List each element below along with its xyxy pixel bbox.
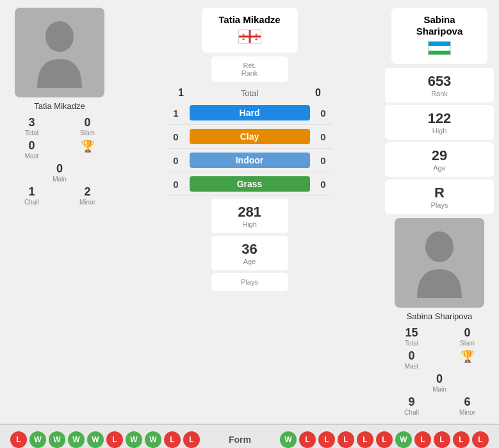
form-ball-right-l: L	[376, 431, 393, 448]
main-container: Tatia Mikadze 3 Total 0 Slam 0 Mast 🏆	[0, 0, 499, 448]
right-minor-label: Minor	[459, 409, 475, 416]
right-total-cell: 15 Total	[385, 326, 438, 347]
form-ball-left-l: L	[183, 431, 200, 448]
right-avatar-silhouette	[411, 228, 468, 298]
form-ball-left-w: W	[49, 431, 65, 448]
left-high-value: 281	[211, 204, 288, 220]
form-ball-left-w: W	[87, 431, 104, 448]
left-player-column: Tatia Mikadze 3 Total 0 Slam 0 Mast 🏆	[5, 8, 114, 416]
grass-row: 0 Grass 0	[167, 172, 333, 196]
middle-column: Tatia Mikadze ✚ ✚ ✚ ✚ Ret. Rank 1 T	[118, 8, 381, 416]
left-mast-cell: 0 Mast	[5, 139, 58, 160]
left-player-avatar	[15, 8, 104, 97]
right-high-card: 122 High	[385, 105, 494, 140]
left-ret-label: Ret.	[211, 62, 288, 69]
svg-point-0	[45, 21, 74, 52]
right-high-label: High	[385, 127, 494, 135]
uzbekistan-flag	[428, 41, 451, 55]
form-label: Form	[229, 435, 251, 445]
right-player-avatar	[395, 218, 484, 308]
right-total-label: Total	[405, 340, 418, 347]
left-minor-label: Minor	[79, 199, 95, 206]
right-high-value: 122	[385, 110, 494, 127]
right-rank-label: Rank	[385, 90, 494, 97]
clay-right: 0	[314, 131, 333, 142]
right-rank-value: 653	[385, 73, 494, 90]
left-avatar-silhouette	[31, 17, 88, 88]
form-ball-left-l: L	[106, 431, 123, 448]
left-total-value: 3	[28, 116, 35, 129]
right-minor-cell: 6 Minor	[441, 395, 494, 416]
right-name-card-text: Sabina Sharipova	[402, 14, 477, 37]
grass-badge: Grass	[190, 176, 310, 192]
left-main-value: 0	[56, 162, 63, 176]
indoor-left: 0	[167, 155, 186, 166]
right-player-name: Sabina Sharipova	[407, 311, 473, 321]
right-slam-cell: 0 Slam	[441, 326, 494, 347]
left-trophy-icon: 🏆	[81, 139, 95, 153]
right-mast-cell: 0 Mast	[385, 349, 438, 370]
right-chall-cell: 9 Chall	[385, 395, 438, 416]
right-plays-value: R	[385, 185, 494, 201]
form-ball-left-w: W	[145, 431, 161, 448]
left-mast-value: 0	[28, 139, 35, 153]
form-ball-right-l: L	[318, 431, 335, 448]
right-slam-value: 0	[464, 326, 470, 340]
form-ball-right-l: L	[357, 431, 373, 448]
left-name-card: Tatia Mikadze ✚ ✚ ✚ ✚	[202, 8, 298, 53]
right-trophy-cell: 🏆	[441, 349, 494, 370]
hard-left: 1	[167, 108, 186, 119]
right-age-card: 29 Age	[385, 142, 494, 177]
grass-right: 0	[314, 179, 333, 190]
hard-badge: Hard	[190, 105, 310, 120]
left-trophy-cell: 🏆	[61, 139, 114, 160]
left-slam-label: Slam	[80, 129, 95, 137]
form-ball-right-l: L	[338, 431, 354, 448]
clay-row: 0 Clay 0	[167, 125, 333, 149]
right-plays-label: Plays	[385, 201, 494, 209]
right-age-value: 29	[385, 147, 494, 164]
form-ball-left-w: W	[126, 431, 142, 448]
left-name-card-text: Tatia Mikadze	[212, 14, 288, 26]
form-section: LWWWWLWWLL Form WLLLLLWLLLL	[0, 424, 499, 448]
right-chall-value: 9	[408, 395, 414, 409]
left-chall-cell: 1 Chall	[5, 185, 58, 206]
right-rank-card: 653 Rank	[385, 68, 494, 103]
left-plays-label: Plays	[211, 278, 288, 286]
left-high-label: High	[211, 220, 288, 228]
grass-left: 0	[167, 179, 186, 190]
left-age-value: 36	[211, 241, 288, 258]
right-trophy-icon: 🏆	[461, 349, 475, 363]
clay-badge: Clay	[190, 129, 310, 144]
indoor-row: 0 Indoor 0	[167, 149, 333, 172]
form-ball-right-l: L	[299, 431, 316, 448]
right-minor-value: 6	[464, 395, 470, 409]
right-main-cell: 0 Main	[432, 372, 446, 393]
left-main-label: Main	[53, 176, 67, 183]
left-form-balls: LWWWWLWWLL	[10, 431, 200, 448]
right-slam-label: Slam	[460, 340, 475, 347]
right-chall-label: Chall	[404, 409, 419, 416]
total-label: Total	[191, 88, 309, 98]
total-left-score: 1	[172, 87, 191, 99]
left-minor-value: 2	[84, 185, 90, 199]
left-minor-cell: 2 Minor	[61, 185, 114, 206]
surfaces-section: 1 Hard 0 0 Clay 0 0 Indoor 0 0 Grass	[167, 101, 333, 196]
hard-right: 0	[314, 108, 333, 119]
form-ball-right-l: L	[472, 431, 489, 448]
left-rank-label: Rank	[211, 69, 288, 77]
left-slam-value: 0	[84, 116, 90, 129]
right-main-value: 0	[436, 372, 443, 386]
hard-row: 1 Hard 0	[167, 101, 333, 125]
form-ball-right-l: L	[453, 431, 470, 448]
indoor-right: 0	[314, 155, 333, 166]
right-plays-card: R Plays	[385, 179, 494, 214]
svg-point-1	[425, 231, 454, 262]
right-mast-label: Mast	[405, 363, 419, 370]
left-high-card: 281 High	[211, 199, 288, 233]
right-name-card: Sabina Sharipova	[391, 8, 487, 64]
form-ball-right-l: L	[414, 431, 431, 448]
left-total-cell: 3 Total	[5, 116, 58, 137]
right-mast-value: 0	[408, 349, 414, 363]
left-rank-card: Ret. Rank	[211, 56, 288, 82]
